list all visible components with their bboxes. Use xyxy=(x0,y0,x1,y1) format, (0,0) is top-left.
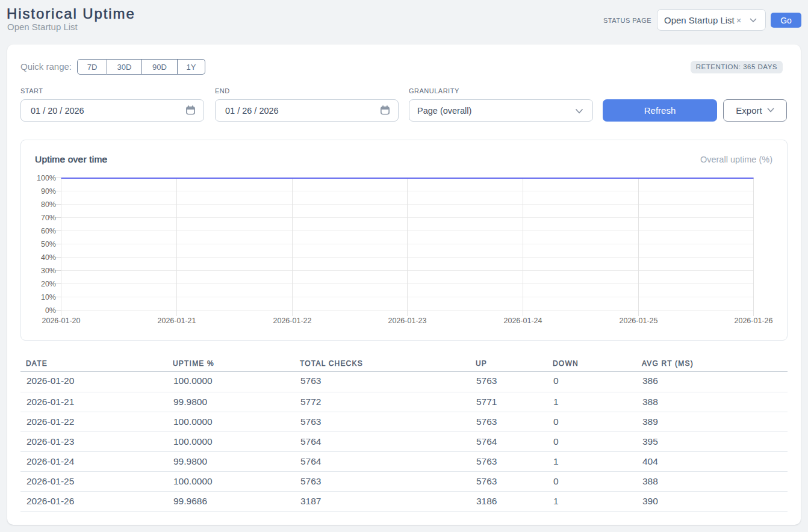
svg-text:60%: 60% xyxy=(41,227,56,235)
svg-text:0%: 0% xyxy=(45,306,56,315)
svg-text:2026-01-20: 2026-01-20 xyxy=(42,317,81,325)
svg-text:100%: 100% xyxy=(37,174,56,182)
svg-text:50%: 50% xyxy=(41,240,56,249)
svg-text:2026-01-24: 2026-01-24 xyxy=(504,317,542,325)
svg-text:2026-01-23: 2026-01-23 xyxy=(388,317,427,325)
svg-text:80%: 80% xyxy=(41,200,56,209)
svg-text:2026-01-21: 2026-01-21 xyxy=(158,317,196,325)
svg-text:2026-01-22: 2026-01-22 xyxy=(273,317,312,325)
svg-text:2026-01-26: 2026-01-26 xyxy=(735,317,773,325)
svg-text:10%: 10% xyxy=(41,293,56,302)
svg-text:70%: 70% xyxy=(41,214,56,222)
svg-text:30%: 30% xyxy=(41,267,56,275)
svg-text:40%: 40% xyxy=(41,253,56,262)
svg-text:20%: 20% xyxy=(41,280,56,288)
svg-text:90%: 90% xyxy=(41,187,56,196)
svg-text:2026-01-25: 2026-01-25 xyxy=(620,317,658,325)
